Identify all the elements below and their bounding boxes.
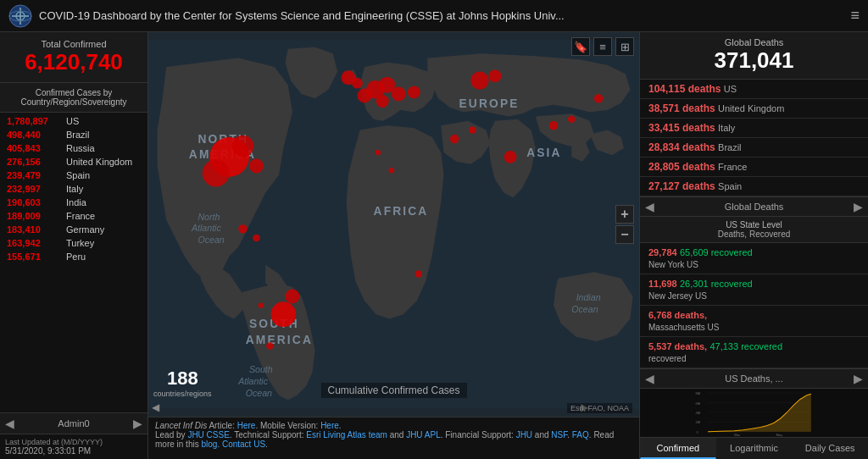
apl-link[interactable]: JHU APL	[406, 430, 441, 440]
jhu-support-link[interactable]: JHU	[516, 430, 532, 440]
article-link[interactable]: Here	[237, 421, 256, 430]
zoom-out-btn[interactable]: −	[615, 225, 634, 244]
country-item[interactable]: 1,780,897 US	[0, 114, 147, 128]
chart-tab-logarithmic[interactable]: Logarithmic	[716, 438, 793, 459]
us-nav-prev[interactable]: ◀	[645, 372, 654, 385]
left-panel: Total Confirmed 6,120,740 Confirmed Case…	[0, 32, 148, 459]
country-item[interactable]: 239,479 Spain	[0, 169, 147, 182]
death-item[interactable]: 27,127 deaths Spain	[640, 177, 868, 196]
country-item[interactable]: 190,603 India	[0, 196, 147, 209]
country-item[interactable]: 155,671 Peru	[0, 250, 147, 263]
svg-point-29	[392, 86, 406, 101]
death-item[interactable]: 28,834 deaths Brazil	[640, 138, 868, 158]
us-deaths: 11,698	[648, 279, 677, 289]
country-item[interactable]: 405,843 Russia	[0, 141, 147, 155]
us-item[interactable]: 6,768 deaths,Massachusetts US	[640, 306, 868, 337]
chart-area: 8M 6M 4M 2M 0 Mar May	[640, 389, 868, 437]
country-count: 163,942	[7, 238, 66, 248]
svg-point-22	[249, 158, 264, 173]
mobile-link[interactable]: Here	[320, 421, 339, 430]
us-nav-label: US Deaths, ...	[725, 373, 782, 384]
svg-text:Indian: Indian	[576, 292, 601, 302]
menu-icon[interactable]: ≡	[850, 7, 860, 25]
country-item[interactable]: 232,997 Italy	[0, 182, 147, 196]
death-item[interactable]: 104,115 deaths US	[640, 80, 868, 99]
us-nav: ◀ US Deaths, ... ▶	[640, 369, 868, 389]
svg-text:4M: 4M	[696, 411, 701, 415]
svg-point-45	[253, 235, 259, 241]
deaths-nav-prev[interactable]: ◀	[645, 200, 654, 213]
us-deaths: 6,768 deaths,	[648, 310, 707, 320]
death-count: 28,805 deaths	[648, 161, 715, 173]
bookmark-btn[interactable]: 🔖	[571, 37, 590, 56]
svg-point-40	[594, 94, 604, 103]
faq-link[interactable]: FAQ	[572, 430, 589, 440]
main-content: Total Confirmed 6,120,740 Confirmed Case…	[0, 32, 868, 459]
country-count: 183,410	[7, 224, 66, 235]
grid-btn[interactable]: ⊞	[615, 37, 634, 56]
map-area[interactable]: NORTH AMERICA SOUTH AMERICA EUROPE AFRIC…	[148, 32, 639, 417]
svg-point-47	[259, 302, 264, 307]
country-count: 189,009	[7, 211, 66, 221]
death-item[interactable]: 38,571 deaths United Kingdom	[640, 99, 868, 119]
us-item[interactable]: 5,537 deaths, 47,133 recoveredrecovered	[640, 337, 868, 368]
country-item[interactable]: 276,156 United Kingdom	[0, 155, 147, 169]
country-name: Germany	[66, 224, 104, 235]
svg-point-39	[568, 115, 575, 122]
us-list[interactable]: 29,784 65,609 recoveredNew York US11,698…	[640, 243, 868, 369]
us-item[interactable]: 11,698 26,301 recoveredNew Jersey US	[640, 274, 868, 306]
svg-point-23	[270, 301, 296, 327]
death-country: France	[718, 162, 747, 172]
country-name: France	[66, 211, 95, 221]
contact-link[interactable]: Contact US	[222, 440, 265, 449]
us-location: recovered	[648, 354, 686, 363]
country-item[interactable]: 498,440 Brazil	[0, 128, 147, 141]
chart-tab-daily-cases[interactable]: Daily Cases	[792, 438, 868, 459]
esri-link[interactable]: Esri Living Atlas team	[306, 430, 387, 440]
country-item[interactable]: 189,009 France	[0, 209, 147, 223]
svg-point-26	[489, 69, 502, 82]
chart-tab-confirmed[interactable]: Confirmed	[640, 438, 716, 459]
us-nav-next[interactable]: ▶	[854, 372, 863, 385]
left-nav-prev[interactable]: ◀	[5, 417, 14, 430]
country-item[interactable]: 183,410 Germany	[0, 223, 147, 236]
map-nav-left[interactable]: ◀	[152, 401, 159, 413]
country-name: Peru	[66, 252, 86, 262]
map-zoom: + −	[615, 205, 634, 244]
map-label: Cumulative Confirmed Cases	[320, 383, 466, 398]
country-count: 276,156	[7, 157, 66, 167]
svg-point-44	[238, 224, 248, 234]
svg-point-36	[450, 135, 459, 144]
app-header: COVID-19 Dashboard by the Center for Sys…	[0, 0, 868, 32]
svg-point-30	[376, 95, 389, 108]
country-item[interactable]: 163,942 Turkey	[0, 236, 147, 250]
death-country: Spain	[718, 181, 742, 191]
us-location: New York US	[648, 260, 698, 269]
confirmed-list-header: Confirmed Cases byCountry/Region/Soverei…	[0, 83, 147, 113]
country-count: 498,440	[7, 130, 66, 140]
death-item[interactable]: 28,805 deaths France	[640, 158, 868, 177]
country-name: United Kingdom	[66, 157, 132, 167]
svg-text:Ocean: Ocean	[246, 388, 272, 398]
country-name: India	[66, 197, 86, 207]
zoom-in-btn[interactable]: +	[615, 205, 634, 224]
svg-text:8M: 8M	[696, 391, 701, 395]
us-location: New Jersey US	[648, 291, 707, 301]
deaths-list[interactable]: 104,115 deaths US38,571 deaths United Ki…	[640, 80, 868, 197]
country-name: US	[66, 116, 79, 126]
death-count: 27,127 deaths	[648, 180, 715, 192]
svg-text:AMERICA: AMERICA	[246, 333, 313, 346]
list-btn[interactable]: ≡	[593, 37, 612, 56]
country-count: 155,671	[7, 252, 66, 262]
confirmed-list[interactable]: 1,780,897 US498,440 Brazil405,843 Russia…	[0, 113, 147, 412]
deaths-nav-next[interactable]: ▶	[854, 200, 863, 213]
nsf-link[interactable]: NSF	[551, 430, 567, 440]
left-nav-next[interactable]: ▶	[133, 417, 142, 430]
death-item[interactable]: 33,415 deaths Italy	[640, 119, 868, 138]
us-item[interactable]: 29,784 65,609 recoveredNew York US	[640, 243, 868, 274]
death-count: 38,571 deaths	[648, 102, 715, 114]
jhu-link[interactable]: JHU CSSE	[187, 430, 229, 440]
chart-tabs: ConfirmedLogarithmicDaily Cases	[640, 437, 868, 459]
blog-link[interactable]: blog	[201, 440, 217, 449]
svg-text:May: May	[776, 433, 783, 437]
